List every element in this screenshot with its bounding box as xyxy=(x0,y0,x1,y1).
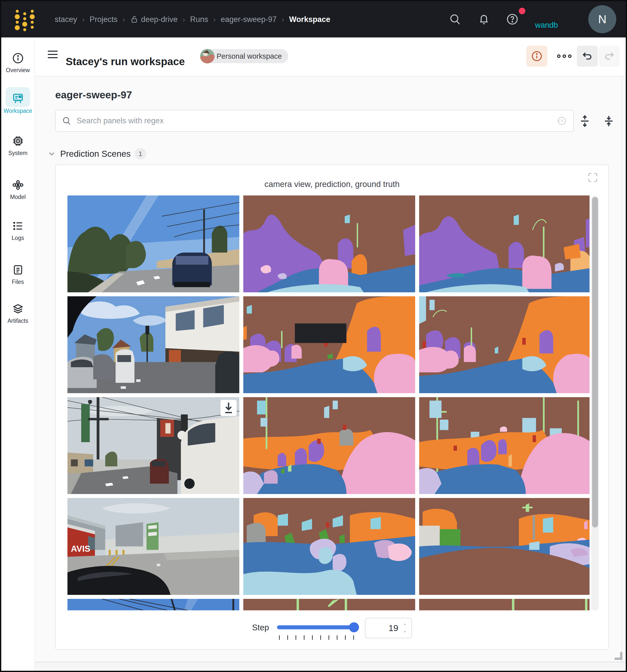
prediction-scenes-panel: camera view, prediction, ground truth AV… xyxy=(55,165,609,650)
media-grid: AVIS xyxy=(67,195,589,611)
cpu-icon xyxy=(11,135,24,147)
sidebar-item-label: Workspace xyxy=(1,107,34,114)
slider-tick xyxy=(296,635,296,640)
wandb-link[interactable]: wandb xyxy=(535,21,558,30)
breadcrumb-item-runs[interactable]: Runs xyxy=(190,15,208,24)
step-value: 19 xyxy=(389,623,398,633)
scene-2-prediction-image[interactable] xyxy=(243,296,415,393)
left-sidebar: OverviewWorkspaceSystemModelLogsFilesArt… xyxy=(1,38,35,671)
breadcrumb-separator: › xyxy=(281,15,284,24)
step-slider[interactable] xyxy=(277,624,357,630)
breadcrumb-label: Projects xyxy=(90,15,118,24)
sidebar-item-label: Overview xyxy=(1,67,34,74)
scene-3-ground-truth-image[interactable] xyxy=(419,397,589,494)
step-slider-thumb[interactable] xyxy=(349,622,359,632)
sidebar-item-workspace[interactable]: Workspace xyxy=(1,92,34,114)
breadcrumb-item-deep-drive[interactable]: deep-drive xyxy=(130,15,178,24)
sidebar-item-logs[interactable]: Logs xyxy=(1,219,34,241)
breadcrumb-item-workspace[interactable]: Workspace xyxy=(289,15,330,24)
section-header: Prediction Scenes 1 xyxy=(47,148,146,160)
scene-5-ground-truth-image[interactable] xyxy=(419,599,589,610)
personal-workspace-chip[interactable]: Personal workspace xyxy=(200,49,288,63)
media-scrollbar-thumb[interactable] xyxy=(592,197,598,527)
download-image-icon[interactable] xyxy=(220,400,237,416)
slider-tick xyxy=(287,635,288,640)
slider-tick xyxy=(337,635,338,640)
chevron-down-icon[interactable] xyxy=(47,149,56,158)
scene-3-prediction-image[interactable] xyxy=(243,397,415,494)
scene-5-camera-image[interactable] xyxy=(67,599,239,610)
scene-2-ground-truth-image[interactable] xyxy=(419,296,589,393)
svg-text:AVIS: AVIS xyxy=(71,544,90,553)
sidebar-item-files[interactable]: Files xyxy=(1,263,34,285)
scene-1-ground-truth-image[interactable] xyxy=(419,195,589,292)
breadcrumb: stacey›Projects›deep-drive›Runs›eager-sw… xyxy=(55,1,330,38)
files-icon xyxy=(11,263,24,277)
collapse-panels-icon[interactable] xyxy=(602,114,616,128)
sidebar-item-system[interactable]: System xyxy=(1,135,34,157)
sidebar-item-label: Model xyxy=(1,194,34,200)
increment-icon[interactable]: ⌃ xyxy=(403,623,407,628)
wandb-logo-icon[interactable] xyxy=(12,7,37,32)
step-slider-track[interactable] xyxy=(277,625,357,629)
logs-icon xyxy=(11,219,24,233)
slider-tick xyxy=(304,635,304,640)
page-scrollbar[interactable] xyxy=(621,38,626,671)
scene-5-prediction-image[interactable] xyxy=(243,599,415,610)
search-input[interactable] xyxy=(76,116,556,125)
slider-tick xyxy=(320,635,321,640)
breadcrumb-label: eager-sweep-97 xyxy=(220,15,277,24)
scene-4-ground-truth-image[interactable] xyxy=(419,498,589,595)
sidebar-item-label: Artifacts xyxy=(1,317,34,324)
redo-button[interactable] xyxy=(599,46,620,67)
scene-3-camera-image[interactable] xyxy=(67,397,239,494)
media-scrollbar-track[interactable] xyxy=(591,195,599,611)
artifacts-icon xyxy=(11,302,24,315)
panel-search-box[interactable] xyxy=(55,110,574,132)
breadcrumb-separator: › xyxy=(213,15,215,24)
scene-4-camera-image[interactable]: AVIS xyxy=(67,498,239,595)
sidebar-item-model[interactable]: Model xyxy=(1,178,34,200)
info-icon xyxy=(11,52,24,65)
breadcrumb-label: Runs xyxy=(190,15,208,24)
slider-tick xyxy=(279,635,280,640)
step-slider-label: Step xyxy=(252,623,269,632)
expand-panels-icon[interactable] xyxy=(578,114,592,128)
search-icon[interactable] xyxy=(445,9,465,29)
wandb-run-workspace-page: { "topnav": { "breadcrumb": [ {"label": … xyxy=(0,0,627,672)
scene-1-camera-image[interactable] xyxy=(67,195,239,292)
breadcrumb-item-eager-sweep-97[interactable]: eager-sweep-97 xyxy=(220,15,277,24)
sidebar-item-label: Files xyxy=(1,279,34,285)
slider-tick xyxy=(345,635,346,640)
undo-button[interactable] xyxy=(577,46,598,67)
run-name: eager-sweep-97 xyxy=(55,89,132,101)
panel-resize-handle[interactable] xyxy=(613,650,624,661)
workspace-icon xyxy=(11,92,24,105)
step-number-input[interactable]: 19 ⌃⌄ xyxy=(365,618,412,638)
sidebar-item-artifacts[interactable]: Artifacts xyxy=(1,302,34,324)
scene-1-prediction-image[interactable] xyxy=(243,195,415,292)
scene-4-prediction-image[interactable] xyxy=(243,498,415,595)
section-title[interactable]: Prediction Scenes xyxy=(60,149,131,159)
menu-icon[interactable] xyxy=(48,51,58,59)
bell-icon[interactable] xyxy=(474,9,494,29)
scene-2-camera-image[interactable] xyxy=(67,296,239,393)
search-history-icon[interactable] xyxy=(556,115,567,126)
breadcrumb-label: stacey xyxy=(55,15,77,24)
slider-tick xyxy=(312,635,313,640)
number-stepper[interactable]: ⌃⌄ xyxy=(403,623,407,633)
breadcrumb-label: Workspace xyxy=(289,15,330,24)
decrement-icon[interactable]: ⌄ xyxy=(403,628,407,633)
panel-info-button[interactable] xyxy=(526,46,547,67)
more-options-button[interactable] xyxy=(554,46,575,67)
breadcrumb-item-projects[interactable]: Projects xyxy=(90,15,118,24)
lock-open-icon xyxy=(130,15,139,24)
step-slider-ticks xyxy=(279,635,354,640)
breadcrumb-item-stacey[interactable]: stacey xyxy=(55,15,77,24)
slider-tick xyxy=(353,635,354,640)
model-icon xyxy=(11,178,24,191)
breadcrumb-separator: › xyxy=(123,15,125,24)
workspace-owner-avatar xyxy=(200,49,214,64)
sidebar-item-overview[interactable]: Overview xyxy=(1,52,34,74)
user-avatar[interactable]: N xyxy=(588,5,616,33)
